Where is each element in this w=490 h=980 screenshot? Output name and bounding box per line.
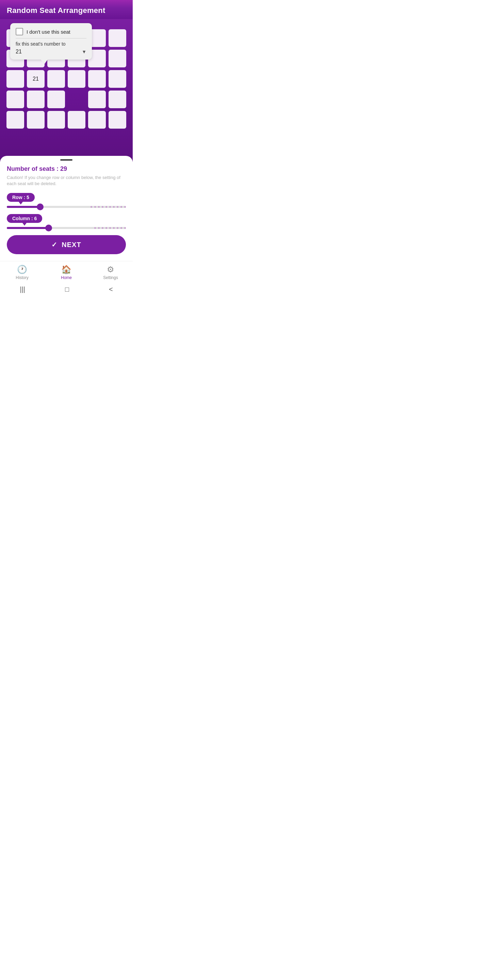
seat-21[interactable]: 21: [27, 70, 45, 88]
seat[interactable]: [88, 70, 106, 88]
dot: [94, 227, 96, 229]
dot: [121, 227, 122, 229]
column-slider-dots: [94, 227, 126, 229]
dot: [113, 227, 115, 229]
row-slider-fill: [7, 206, 40, 208]
system-nav: ||| □ <: [0, 282, 133, 298]
seat[interactable]: [68, 111, 86, 129]
column-slider-section: Column : 6: [7, 214, 126, 229]
dot: [124, 227, 126, 229]
caution-text: Caution! If you change row or column bel…: [7, 175, 126, 187]
dot: [117, 206, 118, 208]
seat[interactable]: [68, 70, 86, 88]
dot: [94, 206, 96, 208]
bottom-panel: Number of seats : 29 Caution! If you cha…: [0, 156, 133, 261]
settings-icon: ⚙: [107, 265, 115, 274]
seat[interactable]: [108, 91, 126, 108]
nav-label-history: History: [16, 275, 28, 280]
dot: [91, 206, 92, 208]
nav-label-home: Home: [61, 275, 72, 280]
seat-area: I don't use this seat fix this seat's nu…: [0, 19, 133, 162]
seat[interactable]: [88, 111, 106, 129]
nav-item-history[interactable]: 🕐 History: [0, 265, 44, 280]
dot: [102, 206, 103, 208]
next-button[interactable]: ✓ NEXT: [7, 235, 126, 254]
row-slider-tooltip: Row : 5: [7, 193, 35, 202]
column-slider-thumb[interactable]: [45, 224, 52, 231]
seat-popup: I don't use this seat fix this seat's nu…: [10, 23, 92, 60]
seat[interactable]: [6, 70, 24, 88]
dot: [105, 206, 107, 208]
dot: [98, 206, 100, 208]
unused-seat-checkbox[interactable]: [16, 28, 23, 35]
back-button[interactable]: <: [109, 285, 113, 293]
row-slider-section: Row : 5: [7, 193, 126, 208]
seat-row: 21: [5, 70, 127, 88]
seat[interactable]: [108, 50, 126, 67]
dot: [121, 206, 122, 208]
header: Random Seat Arrangement: [0, 0, 133, 19]
seat[interactable]: [27, 111, 45, 129]
seat[interactable]: [108, 29, 126, 47]
history-icon: 🕐: [17, 265, 27, 274]
popup-dropdown-arrow[interactable]: ▼: [82, 49, 86, 54]
popup-seat-number: 21: [16, 49, 79, 55]
seat[interactable]: [27, 91, 45, 108]
dot: [109, 227, 111, 229]
next-label: NEXT: [62, 241, 81, 249]
nav-item-home[interactable]: 🏠 Home: [44, 265, 89, 280]
dot: [117, 227, 118, 229]
dot: [124, 206, 126, 208]
dot: [113, 206, 115, 208]
seat[interactable]: [108, 70, 126, 88]
column-slider-tooltip: Column : 6: [7, 214, 42, 223]
popup-fix-text: fix this seat's number to: [16, 41, 86, 47]
page-title: Random Seat Arrangement: [7, 6, 126, 15]
dot: [102, 227, 103, 229]
home-button[interactable]: □: [65, 285, 69, 293]
column-slider-fill: [7, 227, 49, 229]
dot: [109, 206, 111, 208]
nav-item-settings[interactable]: ⚙ Settings: [89, 265, 133, 280]
seat[interactable]: [47, 70, 65, 88]
seat[interactable]: [88, 91, 106, 108]
unused-seat-label: I don't use this seat: [27, 29, 70, 35]
seats-count: Number of seats : 29: [7, 165, 126, 172]
seat[interactable]: [6, 111, 24, 129]
seat[interactable]: [108, 111, 126, 129]
dot: [105, 227, 107, 229]
row-slider-thumb[interactable]: [37, 204, 43, 210]
seat[interactable]: [47, 111, 65, 129]
seat[interactable]: [47, 91, 65, 108]
popup-number-row: 21 ▼: [16, 49, 86, 55]
dot: [98, 227, 100, 229]
row-slider-dots: [91, 206, 126, 208]
popup-checkbox-row: I don't use this seat: [16, 28, 86, 35]
nav-label-settings: Settings: [103, 275, 118, 280]
drag-handle[interactable]: [60, 159, 73, 161]
bottom-nav: 🕐 History 🏠 Home ⚙ Settings: [0, 261, 133, 282]
next-checkmark: ✓: [51, 240, 57, 249]
popup-divider: [16, 38, 86, 38]
home-icon: 🏠: [61, 265, 72, 274]
recent-apps-button[interactable]: |||: [20, 285, 25, 293]
seat-row: [5, 91, 127, 108]
column-slider-track[interactable]: [7, 227, 126, 229]
seat-row: [5, 111, 127, 129]
seat[interactable]: [6, 91, 24, 108]
row-slider-track[interactable]: [7, 206, 126, 208]
